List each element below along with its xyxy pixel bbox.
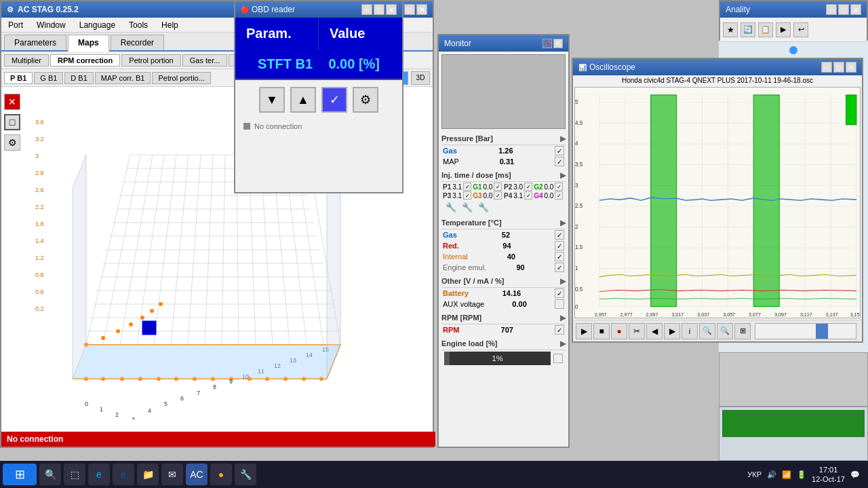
- osc-zoom-out-button[interactable]: 🔍: [717, 323, 733, 339]
- p4-value: 3.1: [513, 192, 523, 200]
- osc-minimize-button[interactable]: ─: [821, 62, 832, 73]
- monitor-pin-button[interactable]: 📌: [542, 39, 552, 48]
- osc-maximize-button[interactable]: □: [833, 62, 844, 73]
- monitor-close-button[interactable]: ✕: [553, 39, 563, 48]
- anality-maximize-button[interactable]: □: [838, 4, 849, 15]
- engine-emul-checkbox[interactable]: [555, 263, 564, 272]
- rpm-checkbox[interactable]: [555, 325, 564, 335]
- content-tab-map-corr[interactable]: MAP corr. B1: [95, 72, 151, 84]
- gas-checkbox[interactable]: [555, 146, 564, 155]
- gas-temp-row: Gas 52: [441, 229, 566, 240]
- g4-checkbox[interactable]: ✓: [555, 191, 563, 200]
- taskbar-files-icon[interactable]: 📁: [137, 464, 159, 485]
- tab-recorder[interactable]: Recorder: [111, 35, 164, 50]
- osc-prev-button[interactable]: ◀: [646, 323, 663, 339]
- g2-checkbox[interactable]: ✓: [555, 183, 563, 191]
- tab-parameters[interactable]: Parameters: [4, 35, 66, 50]
- inj-expand[interactable]: ▶: [560, 171, 566, 180]
- content-tab-gb1[interactable]: G B1: [34, 72, 63, 84]
- osc-close-button[interactable]: ✕: [846, 62, 856, 73]
- obd-minimize-button[interactable]: ─: [361, 4, 372, 15]
- content-tab-petrol-portio[interactable]: Petrol portio...: [152, 72, 210, 84]
- anality-minimize-button[interactable]: ─: [826, 4, 837, 15]
- p1-checkbox[interactable]: ✓: [463, 183, 471, 191]
- anality-icon-5[interactable]: ↩: [793, 22, 808, 37]
- obd-maximize-button[interactable]: □: [374, 4, 384, 15]
- taskbar-volume-icon[interactable]: 🔊: [767, 470, 776, 479]
- red-temp-checkbox[interactable]: [555, 241, 564, 250]
- osc-zoom-fit-button[interactable]: ⊞: [734, 323, 751, 339]
- cross-icon[interactable]: ✕: [4, 94, 20, 110]
- osc-zoom-in-button[interactable]: 🔍: [699, 323, 715, 339]
- sub-tab-multiplier[interactable]: Multiplier: [4, 54, 49, 67]
- menu-language[interactable]: Language: [73, 19, 122, 31]
- osc-scroll-thumb[interactable]: [816, 324, 828, 339]
- taskbar-edge-icon[interactable]: e: [88, 464, 110, 485]
- menu-window[interactable]: Window: [30, 19, 73, 31]
- obd-check-button[interactable]: ✓: [321, 87, 347, 113]
- anality-icon-4[interactable]: ▶: [776, 22, 791, 37]
- p4-checkbox[interactable]: ✓: [524, 191, 532, 200]
- menu-port[interactable]: Port: [1, 19, 30, 31]
- taskbar-search-icon[interactable]: 🔍: [39, 464, 61, 485]
- p2-checkbox[interactable]: ✓: [524, 183, 532, 191]
- gear-tool-button[interactable]: ⚙: [4, 134, 20, 151]
- osc-next-button[interactable]: ▶: [664, 323, 680, 339]
- taskbar-email-icon[interactable]: ✉: [161, 464, 183, 485]
- obd-down-button[interactable]: ▼: [259, 87, 285, 113]
- engine-load-expand[interactable]: ▶: [560, 339, 566, 348]
- taskbar-battery-icon[interactable]: 🔋: [797, 470, 806, 479]
- osc-stop-button[interactable]: ■: [593, 323, 610, 339]
- taskbar-notifications-icon[interactable]: 💬: [850, 470, 860, 479]
- g3-checkbox[interactable]: ✓: [494, 191, 502, 200]
- obd-settings-button[interactable]: ⚙: [353, 87, 378, 113]
- anality-close-button[interactable]: ✕: [850, 4, 861, 15]
- engine-load-checkbox[interactable]: [553, 354, 563, 363]
- osc-info-button[interactable]: i: [682, 323, 698, 339]
- rpm-expand[interactable]: ▶: [560, 314, 566, 322]
- gas-temp-checkbox[interactable]: [555, 230, 564, 240]
- wrench-icon-2[interactable]: 🔧: [462, 202, 473, 212]
- taskbar-task-view-icon[interactable]: ⬚: [64, 464, 85, 485]
- map-checkbox[interactable]: [555, 157, 564, 166]
- wrench-icon-1[interactable]: 🔧: [446, 202, 456, 212]
- tab-maps[interactable]: Maps: [68, 35, 109, 52]
- temp-expand[interactable]: ▶: [560, 219, 566, 227]
- anality-icon-3[interactable]: 📋: [758, 22, 773, 37]
- osc-chart-area: 5 4.5 4 3.5 3 2.5 2 1.5 1 0.5 0: [574, 87, 861, 318]
- g1-checkbox[interactable]: ✓: [494, 183, 502, 191]
- start-button[interactable]: ⊞: [3, 464, 37, 485]
- sub-tab-rpm-correction[interactable]: RPM correction: [50, 54, 120, 67]
- taskbar-app-icon[interactable]: 🔧: [235, 464, 256, 485]
- osc-record-button[interactable]: ●: [611, 323, 627, 339]
- sub-tab-gas-ter[interactable]: Gas ter...: [182, 54, 228, 67]
- osc-scrollbar[interactable]: [755, 323, 856, 339]
- internal-temp-checkbox[interactable]: [555, 252, 564, 261]
- battery-row: Battery 14.16: [441, 288, 566, 299]
- content-tab-pb1[interactable]: P B1: [4, 72, 33, 84]
- taskbar-ie-icon[interactable]: e: [113, 464, 134, 485]
- anality-icon-2[interactable]: 🔄: [741, 22, 755, 37]
- taskbar-stag-icon[interactable]: AC: [186, 464, 208, 485]
- menu-tools[interactable]: Tools: [122, 19, 155, 31]
- p3-checkbox[interactable]: ✓: [463, 191, 471, 200]
- menu-help[interactable]: Help: [155, 19, 185, 31]
- obd-close-button[interactable]: ✕: [386, 4, 397, 15]
- battery-checkbox[interactable]: [555, 288, 564, 298]
- osc-trim-button[interactable]: ✂: [629, 323, 645, 339]
- taskbar-chrome-icon[interactable]: ●: [210, 464, 232, 485]
- view-3d-button[interactable]: 3D: [411, 71, 430, 85]
- wrench-icon-3[interactable]: 🔧: [478, 202, 489, 212]
- taskbar-network-icon[interactable]: 📶: [782, 470, 791, 479]
- close-button[interactable]: ✕: [416, 4, 427, 15]
- maximize-button[interactable]: □: [404, 4, 415, 15]
- select-tool-button[interactable]: □: [4, 114, 20, 130]
- aux-checkbox[interactable]: [555, 299, 564, 309]
- anality-star-icon[interactable]: ★: [723, 22, 738, 37]
- osc-play-button[interactable]: ▶: [576, 323, 592, 339]
- sub-tab-petrol-portion[interactable]: Petrol portion: [121, 54, 180, 67]
- other-expand[interactable]: ▶: [560, 277, 566, 286]
- pressure-expand[interactable]: ▶: [560, 134, 566, 143]
- content-tab-db1[interactable]: D B1: [64, 72, 93, 84]
- obd-up-button[interactable]: ▲: [290, 87, 316, 113]
